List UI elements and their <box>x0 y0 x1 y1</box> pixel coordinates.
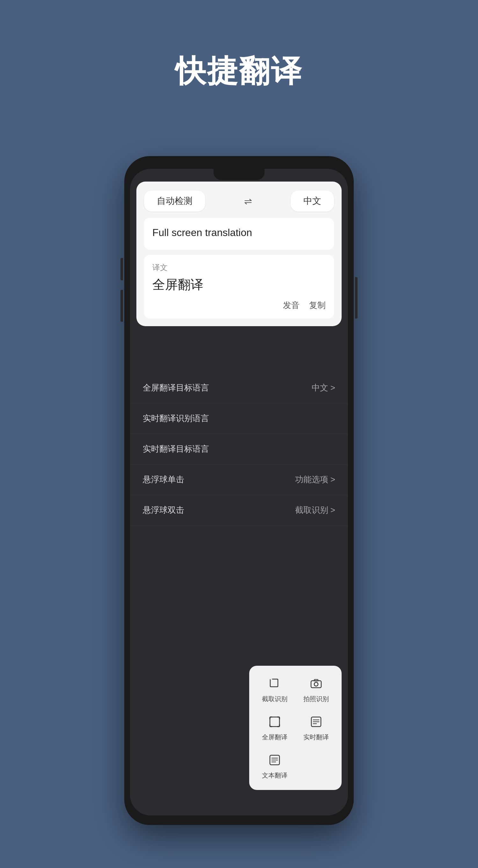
settings-item-value: 中文 > <box>312 382 335 393</box>
svg-rect-4 <box>314 679 318 681</box>
settings-item-realtime-target[interactable]: 实时翻译目标语言 <box>130 434 348 464</box>
quick-action-realtime[interactable]: 实时翻译 <box>297 710 335 745</box>
settings-item-float-double[interactable]: 悬浮球双击 截取识别 > <box>130 495 348 526</box>
volume-up-button <box>120 258 123 280</box>
quick-action-grid: 截取识别 拍照识别 <box>256 672 335 783</box>
quick-action-photo-label: 拍照识别 <box>303 695 329 703</box>
quick-action-crop-label: 截取识别 <box>262 695 288 703</box>
quick-action-fullscreen-label: 全屏翻译 <box>262 733 288 742</box>
phone-notch <box>213 169 265 180</box>
target-lang-button[interactable]: 中文 <box>291 190 334 212</box>
page-title: 快捷翻译 <box>175 51 303 92</box>
svg-rect-5 <box>270 717 279 726</box>
svg-rect-0 <box>270 679 278 687</box>
settings-item-float-single[interactable]: 悬浮球单击 功能选项 > <box>130 464 348 495</box>
svg-rect-2 <box>311 681 321 688</box>
source-lang-button[interactable]: 自动检测 <box>144 190 205 212</box>
settings-item-value: 功能选项 > <box>295 474 335 485</box>
translation-text: 全屏翻译 <box>152 276 326 293</box>
phone-screen: 自动检测 ⇌ 中文 Full screen translation 译文 全屏翻… <box>130 169 348 815</box>
output-actions: 发音 复制 <box>152 300 326 311</box>
svg-point-3 <box>314 682 318 686</box>
fullscreen-icon <box>269 716 280 731</box>
lang-selector-row: 自动检测 ⇌ 中文 <box>144 190 334 212</box>
volume-down-button <box>120 290 123 322</box>
phone-device: 自动检测 ⇌ 中文 Full screen translation 译文 全屏翻… <box>124 156 354 825</box>
settings-item-label: 全屏翻译目标语言 <box>143 382 209 393</box>
settings-item-value: 截取识别 > <box>295 504 335 516</box>
input-box[interactable]: Full screen translation <box>144 218 334 250</box>
translation-panel: 自动检测 ⇌ 中文 Full screen translation 译文 全屏翻… <box>137 182 341 326</box>
pronounce-button[interactable]: 发音 <box>283 300 300 311</box>
settings-item-realtime-source[interactable]: 实时翻译识别语言 <box>130 403 348 434</box>
settings-item-label: 实时翻译目标语言 <box>143 443 209 455</box>
camera-icon <box>310 678 322 692</box>
settings-item-label: 悬浮球双击 <box>143 504 184 516</box>
crop-icon <box>269 678 280 692</box>
translation-label: 译文 <box>152 262 326 273</box>
output-box: 译文 全屏翻译 发音 复制 <box>144 255 334 318</box>
settings-item-label: 实时翻译识别语言 <box>143 413 209 424</box>
text-icon <box>269 754 280 769</box>
quick-action-text[interactable]: 文本翻译 <box>256 749 294 783</box>
copy-button[interactable]: 复制 <box>309 300 326 311</box>
quick-action-text-label: 文本翻译 <box>262 771 288 780</box>
quick-action-photo[interactable]: 拍照识别 <box>297 672 335 707</box>
quick-action-fullscreen[interactable]: 全屏翻译 <box>256 710 294 745</box>
quick-action-realtime-label: 实时翻译 <box>303 733 329 742</box>
realtime-icon <box>310 716 322 731</box>
quick-action-popup: 截取识别 拍照识别 <box>249 666 341 790</box>
settings-item-label: 悬浮球单击 <box>143 474 184 485</box>
power-button <box>355 277 358 318</box>
settings-item-fullscreen-target[interactable]: 全屏翻译目标语言 中文 > <box>130 373 348 403</box>
input-text: Full screen translation <box>152 225 326 240</box>
quick-action-crop[interactable]: 截取识别 <box>256 672 294 707</box>
swap-languages-icon[interactable]: ⇌ <box>244 195 252 207</box>
